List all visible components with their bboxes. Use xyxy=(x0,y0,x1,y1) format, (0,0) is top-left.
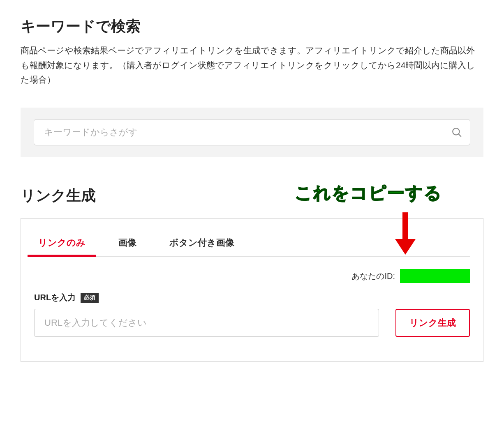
svg-marker-3 xyxy=(395,239,416,255)
tab-image[interactable]: 画像 xyxy=(114,231,141,256)
annotation-arrow-icon xyxy=(391,210,420,255)
annotation-copy-text: これをコピーする xyxy=(295,182,442,205)
url-input-row: リンク生成 xyxy=(34,309,470,337)
tab-button-image[interactable]: ボタン付き画像 xyxy=(165,231,238,256)
search-box-container xyxy=(21,108,483,157)
keyword-search-section: キーワードで検索 商品ページや検索結果ページでアフィリエイトリンクを生成できます… xyxy=(21,16,483,157)
user-id-value-highlight xyxy=(400,269,470,283)
keyword-search-title: キーワードで検索 xyxy=(21,16,483,37)
url-input-label: URLを入力 xyxy=(34,292,76,303)
keyword-search-input[interactable] xyxy=(34,119,470,145)
user-id-row: あなたのID: xyxy=(34,269,470,283)
url-label-row: URLを入力 必須 xyxy=(34,292,470,303)
generate-link-button[interactable]: リンク生成 xyxy=(395,309,470,337)
user-id-label: あなたのID: xyxy=(351,271,395,282)
link-generation-section: リンク生成 これをコピーする リンクのみ 画像 ボタン付き画像 あなたのID: … xyxy=(21,186,483,362)
tab-link-only[interactable]: リンクのみ xyxy=(34,231,90,256)
search-box xyxy=(34,119,470,145)
required-badge: 必須 xyxy=(81,293,99,303)
keyword-search-description: 商品ページや検索結果ページでアフィリエイトリンクを生成できます。アフィリエイトリ… xyxy=(21,43,483,87)
url-input[interactable] xyxy=(34,309,379,337)
